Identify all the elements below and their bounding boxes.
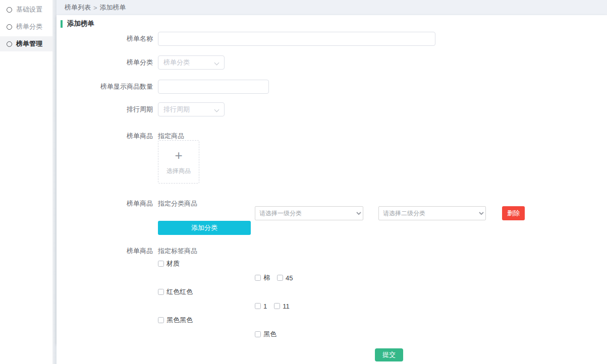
sidebar-divider [52,0,57,364]
cycle-select[interactable]: 排行周期 [158,102,225,116]
radio-circle-icon [7,41,12,47]
breadcrumb-separator: > [93,4,97,12]
name-input[interactable] [158,32,435,46]
tag-group-red[interactable]: 红色红色 [158,287,193,296]
category-select-row: 请选择一级分类 请选择二级分类 删除 [57,206,607,220]
goods-tag-sublabel: 指定标签商品 [158,244,197,258]
level1-category-select[interactable]: 请选择一级分类 [255,206,363,220]
sidebar-item-label: 榜单分类 [16,22,42,31]
tag-group-row: 材质 [158,260,180,268]
checkbox[interactable] [158,317,164,323]
add-ranking-panel: 添加榜单 榜单名称 榜单分类 榜单分类 榜单显示商品数量 排行周期 排行周期 [57,15,607,344]
sidebar-item-ranking-management[interactable]: 榜单管理 [0,36,52,51]
goods-tag-label: 榜单商品 [57,244,158,258]
breadcrumb-parent-link[interactable]: 榜单列表 [65,3,91,12]
category-placeholder: 榜单分类 [163,58,190,67]
radio-circle-icon [7,24,12,30]
level2-category-select[interactable]: 请选择二级分类 [378,206,486,220]
cycle-label: 排行周期 [57,102,158,116]
checkbox[interactable] [255,331,261,337]
category-select[interactable]: 榜单分类 [158,55,225,70]
tag-group-material[interactable]: 材质 [158,259,180,268]
tag-child-cotton[interactable]: 棉 [255,273,270,282]
checkbox[interactable] [158,289,164,295]
sidebar-item-ranking-category[interactable]: 榜单分类 [0,19,52,34]
form-row-cycle: 排行周期 排行周期 [57,102,607,116]
select-goods-text: 选择商品 [167,167,191,175]
main-area: 榜单列表 > 添加榜单 添加榜单 榜单名称 榜单分类 榜单分类 榜单显示商品数量 [57,0,607,364]
checkbox[interactable] [255,275,261,281]
form-row-category: 榜单分类 榜单分类 [57,55,607,70]
sidebar-item-label: 基础设置 [16,5,42,14]
tag-child-11[interactable]: 11 [274,302,290,310]
sidebar-item-basic-settings[interactable]: 基础设置 [0,2,52,17]
tag-child-black[interactable]: 黑色 [255,330,277,339]
sidebar-item-label: 榜单管理 [16,39,42,48]
section-header: 添加榜单 [61,19,94,28]
form-row-goods-tag: 榜单商品 指定标签商品 [57,244,607,258]
accent-bar [61,20,63,28]
form-row-goods-direct: 榜单商品 指定商品 [57,129,607,143]
delete-button[interactable]: 删除 [502,206,525,220]
tag-group-black[interactable]: 黑色黑色 [158,316,193,325]
chevron-down-icon [214,107,219,112]
select-goods-picker[interactable]: + 选择商品 [158,140,199,184]
sidebar: 基础设置 榜单分类 榜单管理 [0,0,52,364]
category-label: 榜单分类 [57,55,158,70]
form-row-name: 榜单名称 [57,32,607,46]
tag-child-1[interactable]: 1 [255,302,267,310]
checkbox[interactable] [255,303,261,309]
tag-children-row: 棉 45 [255,274,293,282]
breadcrumb-current: 添加榜单 [100,3,126,12]
page-title: 添加榜单 [67,19,94,28]
cycle-placeholder: 排行周期 [163,105,190,114]
checkbox[interactable] [274,303,280,309]
checkbox[interactable] [158,261,164,267]
tag-children-row: 1 11 [255,302,290,310]
display-count-label: 榜单显示商品数量 [57,80,158,94]
name-label: 榜单名称 [57,32,158,46]
tag-children-row: 黑色 [255,330,277,338]
footer-bar: 提交 [57,344,607,364]
breadcrumb: 榜单列表 > 添加榜单 [57,0,607,15]
checkbox[interactable] [277,275,283,281]
add-category-button[interactable]: 添加分类 [158,221,251,235]
tag-child-45[interactable]: 45 [277,274,293,282]
goods-direct-label: 榜单商品 [57,129,158,143]
chevron-down-icon [214,60,219,66]
display-count-input[interactable] [158,80,269,94]
submit-button[interactable]: 提交 [375,348,403,361]
tag-group-row: 红色红色 [158,288,193,296]
plus-icon: + [175,149,182,162]
tag-group-row: 黑色黑色 [158,316,193,324]
radio-circle-icon [7,7,12,13]
form-row-display-count: 榜单显示商品数量 [57,80,607,94]
